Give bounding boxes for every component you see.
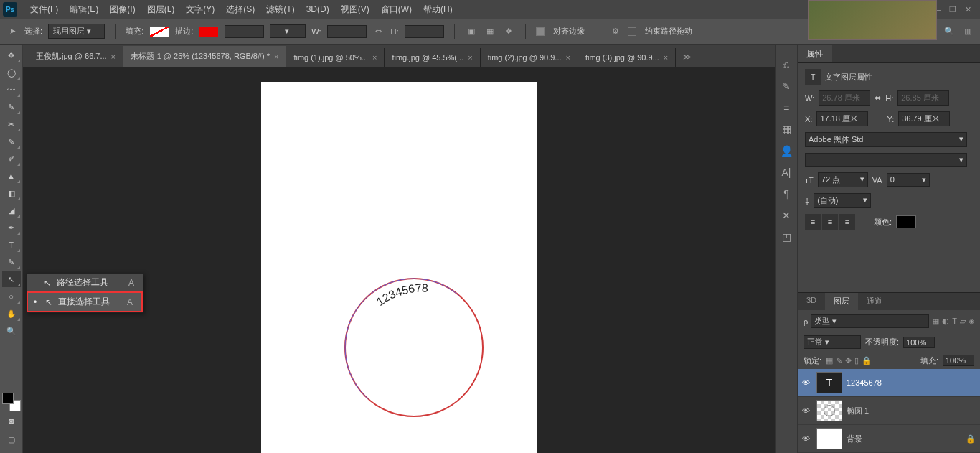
brush-tool[interactable]: ✐ [2,151,21,167]
screenmode-tool[interactable]: ▢ [2,431,21,447]
channels-tab[interactable]: 通道 [858,293,891,310]
visibility-icon[interactable]: 👁 [802,434,812,443]
doc-tab[interactable]: timg (3).jpg @ 90.9...× [578,48,676,67]
hand-tool[interactable]: ✋ [2,306,21,322]
leading[interactable]: (自动)▾ [814,193,871,208]
menu-layer[interactable]: 图层(L) [141,4,181,16]
paragraph-icon[interactable]: A| [782,167,791,178]
history-icon[interactable]: ⎌ [783,59,789,70]
menu-help[interactable]: 帮助(H) [418,4,458,16]
align-right[interactable]: ≡ [839,214,855,230]
marquee-tool[interactable]: ◯ [2,65,21,80]
eyedropper-tool[interactable]: ✎ [2,134,21,149]
zoom-tool[interactable]: 🔍 [2,323,21,339]
doc-tab[interactable]: 未标题-1 @ 25% (12345678, RGB/8#) *× [123,46,286,67]
filter-pixel-icon[interactable]: ▦ [932,317,939,326]
3d-tab[interactable]: 3D [798,293,825,310]
layers-tab[interactable]: 图层 [825,293,858,310]
flyout-path-select[interactable]: ↖ 路径选择工具 A [27,274,143,291]
crop-tool[interactable]: ✂ [2,116,21,132]
width-field[interactable] [327,25,367,38]
canvas-area[interactable]: 12345678 [23,67,775,453]
stroke-width[interactable] [225,25,264,38]
people-icon[interactable]: 👤 [781,145,793,157]
path-op-icon[interactable]: ▣ [465,25,478,38]
doc-tab[interactable]: timg (2).jpg @ 90.9...× [481,48,578,67]
gear-icon[interactable]: ⚙ [609,25,622,38]
path-tool[interactable]: ✎ [2,254,21,270]
menu-view[interactable]: 视图(V) [335,4,375,16]
align-center[interactable]: ≡ [822,214,838,230]
lock-pos-icon[interactable]: ✥ [845,356,852,365]
workspace-icon[interactable]: ▥ [961,25,974,38]
flyout-direct-select[interactable]: •↖ 直接选择工具 A [28,293,141,311]
font-size[interactable]: 72 点▾ [818,172,868,187]
quickmask-tool[interactable]: ◙ [2,413,21,429]
stroke-style[interactable]: — ▾ [270,24,306,38]
fg-color-icon[interactable] [2,393,14,404]
type-tool[interactable]: T [2,237,21,253]
3d-icon[interactable]: ◳ [782,231,791,243]
swatches-icon[interactable]: ▦ [782,123,791,135]
pen-tool[interactable]: ✒ [2,220,21,235]
doc-tab[interactable]: 王俊凯.jpg @ 66.7...× [29,46,123,67]
edit-toolbar[interactable]: ⋯ [2,347,21,363]
document-canvas[interactable]: 12345678 [261,82,537,453]
close-icon[interactable]: × [664,53,668,62]
layer-row[interactable]: 👁 背景 🔒 [798,425,980,453]
quick-select-tool[interactable]: ✎ [2,99,21,115]
adjust-icon[interactable]: ✕ [782,210,791,221]
window-close-icon[interactable]: ✕ [965,5,971,14]
doc-tab[interactable]: timg (1).jpg @ 50%...× [286,48,385,67]
search-icon[interactable]: 🔍 [943,25,956,38]
font-style-select[interactable]: ▾ [805,153,967,167]
tracking[interactable]: 0▾ [887,173,930,187]
window-restore-icon[interactable]: ❐ [949,5,956,14]
select-scope[interactable]: 现用图层 ▾ [48,24,105,39]
font-select[interactable]: Adobe 黑体 Std▾ [805,132,967,147]
eraser-tool[interactable]: ◧ [2,185,21,201]
filter-type-icon[interactable]: T [952,317,957,326]
layer-name[interactable]: 椭圆 1 [847,406,869,416]
link-icon[interactable]: ⇔ [875,93,881,103]
stroke-swatch[interactable] [199,26,219,37]
blend-mode[interactable]: 正常 ▾ [804,335,861,349]
color-swatches[interactable] [2,393,21,411]
menu-window[interactable]: 窗口(W) [375,4,418,16]
menu-3d[interactable]: 3D(D) [301,4,335,14]
layer-name[interactable]: 12345678 [847,378,882,387]
align-left[interactable]: ≡ [805,214,821,230]
lock-nest-icon[interactable]: ▯ [854,356,859,365]
text-color[interactable] [896,215,916,228]
layer-row[interactable]: 👁 T 12345678 [798,369,980,397]
ad-banner[interactable] [808,0,937,40]
direct-select-tool[interactable]: ↖ [2,271,21,287]
tabs-overflow[interactable]: ≫ [676,47,699,67]
opacity-field[interactable]: 100% [903,337,935,348]
brush-panel-icon[interactable]: ✎ [782,80,791,92]
filter-shape-icon[interactable]: ▱ [960,317,966,326]
filter-adjust-icon[interactable]: ◐ [942,317,949,326]
menu-edit[interactable]: 编辑(E) [64,4,104,16]
constrain-check[interactable] [628,27,636,36]
menu-type[interactable]: 文字(Y) [180,4,220,16]
visibility-icon[interactable]: 👁 [802,406,812,415]
layer-filter-kind[interactable]: 类型 ▾ [811,314,929,328]
layer-row[interactable]: 👁 椭圆 1 [798,397,980,425]
char-panel-icon[interactable]: ≡ [783,102,789,113]
height-field[interactable] [405,25,444,38]
fill-swatch[interactable] [149,26,169,37]
align-edges-check[interactable] [536,27,545,36]
shape-tool[interactable]: ○ [2,289,21,304]
x-field[interactable]: 17.18 厘米 [816,111,868,126]
close-icon[interactable]: × [372,53,377,62]
menu-select[interactable]: 选择(S) [220,4,260,16]
menu-file[interactable]: 文件(F) [24,4,64,16]
lock-trans-icon[interactable]: ▦ [826,356,833,365]
filter-smart-icon[interactable]: ◈ [969,317,974,326]
menu-filter[interactable]: 滤镜(T) [260,4,300,16]
stamp-tool[interactable]: ▲ [2,168,21,184]
close-icon[interactable]: × [274,52,278,61]
tool-preset-icon[interactable]: ➤ [6,25,19,38]
doc-tab[interactable]: timg.jpg @ 45.5%(...× [385,48,480,67]
